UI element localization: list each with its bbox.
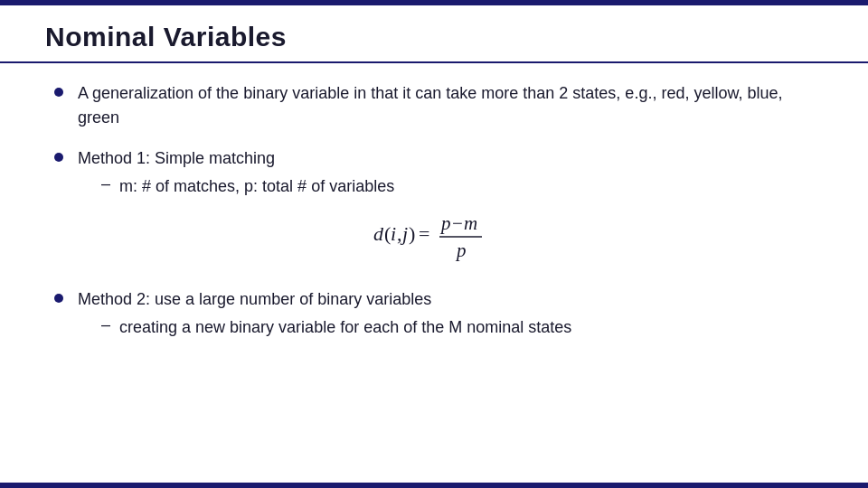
bullet-item-3: Method 2: use a large number of binary v… <box>54 287 814 340</box>
bullet-text-2: Method 1: Simple matching <box>78 146 814 171</box>
bullet-dot-3 <box>54 294 63 303</box>
sub-text-3-1: creating a new binary variable for each … <box>119 315 571 340</box>
sub-items-3: – creating a new binary variable for eac… <box>101 315 814 340</box>
bullet-text-3: Method 2: use a large number of binary v… <box>78 287 814 312</box>
formula-container: d ( i , j ) = p − m <box>78 206 814 267</box>
sub-dash-3-1: – <box>101 315 110 334</box>
svg-text:m: m <box>464 212 477 234</box>
bullet-item-1: A generalization of the binary variable … <box>54 81 814 130</box>
slide: Nominal Variables A generalization of th… <box>0 0 868 488</box>
sub-text-2-1: m: # of matches, p: total # of variables <box>119 174 394 199</box>
bullet-dot-2 <box>54 153 63 162</box>
svg-text:d: d <box>373 222 384 245</box>
slide-content: A generalization of the binary variable … <box>0 63 868 483</box>
sub-dash-2-1: – <box>101 174 110 193</box>
bullet-item-2: Method 1: Simple matching – m: # of matc… <box>54 146 814 278</box>
sub-items-2: – m: # of matches, p: total # of variabl… <box>101 174 814 199</box>
svg-text:p: p <box>439 212 451 234</box>
sub-item-2-1: – m: # of matches, p: total # of variabl… <box>101 174 814 199</box>
slide-title: Nominal Variables <box>45 22 823 52</box>
svg-text:=: = <box>419 222 429 245</box>
svg-text:): ) <box>409 222 415 245</box>
bullet-dot-1 <box>54 88 63 97</box>
sub-item-3-1: – creating a new binary variable for eac… <box>101 315 814 340</box>
slide-header: Nominal Variables <box>0 5 868 63</box>
svg-text:,: , <box>397 222 402 245</box>
bottom-decorative-bar <box>0 483 868 488</box>
formula-svg: d ( i , j ) = p − m <box>373 206 518 267</box>
bullet-text-1: A generalization of the binary variable … <box>78 81 814 130</box>
svg-text:i: i <box>391 222 396 245</box>
svg-text:p: p <box>455 239 467 261</box>
svg-text:−: − <box>452 212 463 234</box>
